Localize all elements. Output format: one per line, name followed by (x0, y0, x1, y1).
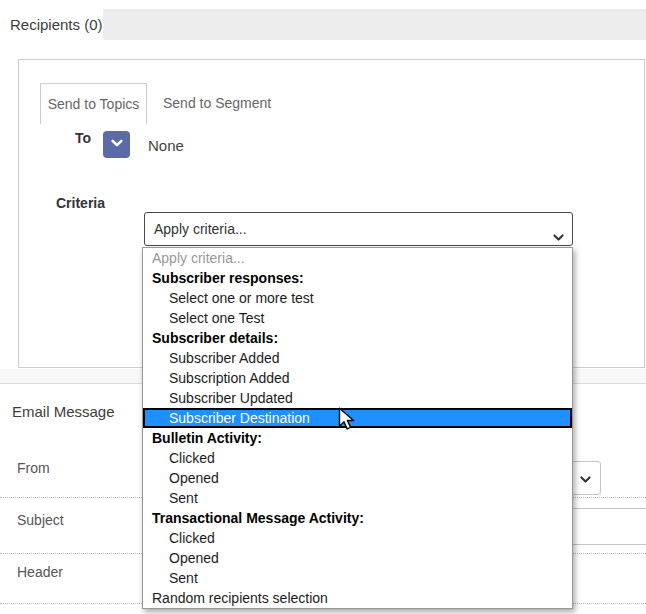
subject-label: Subject (17, 512, 64, 528)
to-label: To (75, 130, 91, 146)
tab-strip: Recipients (0) (0, 9, 646, 40)
dropdown-group-label: Transactional Message Activity: (143, 508, 572, 528)
dropdown-option[interactable]: Subscriber Added (143, 348, 572, 368)
dropdown-option[interactable]: Sent (143, 488, 572, 508)
tab-send-to-topics[interactable]: Send to Topics (40, 83, 147, 124)
to-selected-value: None (148, 137, 184, 154)
dropdown-option[interactable]: Opened (143, 468, 572, 488)
dropdown-group-label: Subscriber details: (143, 328, 572, 348)
dropdown-option[interactable]: Clicked (143, 528, 572, 548)
chevron-down-icon (110, 136, 124, 154)
header-label: Header (17, 564, 63, 580)
email-message-title: Email Message (12, 403, 115, 420)
dropdown-option-selected[interactable]: Subscriber Destination (143, 408, 572, 428)
mouse-cursor-icon (338, 407, 357, 436)
dropdown-option[interactable]: Select one Test (143, 308, 572, 328)
tab-recipients[interactable]: Recipients (0) (0, 9, 103, 40)
dropdown-option[interactable]: Select one or more test (143, 288, 572, 308)
dropdown-option[interactable]: Subscriber Updated (143, 388, 572, 408)
criteria-select-value: Apply criteria... (154, 221, 247, 237)
bulletin-editor-screen: Recipients (0) Send to Topics Send to Se… (0, 0, 646, 614)
dropdown-option[interactable]: Clicked (143, 448, 572, 468)
tab-send-to-segment[interactable]: Send to Segment (163, 83, 271, 124)
dropdown-option[interactable]: Opened (143, 548, 572, 568)
dropdown-group-label: Bulletin Activity: (143, 428, 572, 448)
to-topics-dropdown-button[interactable] (103, 131, 130, 158)
from-label: From (17, 460, 50, 476)
criteria-select[interactable]: Apply criteria... (144, 212, 573, 246)
dropdown-option[interactable]: Subscription Added (143, 368, 572, 388)
criteria-dropdown-list: Apply criteria... Subscriber responses: … (142, 247, 573, 609)
dropdown-group-label: Subscriber responses: (143, 268, 572, 288)
dropdown-option[interactable]: Sent (143, 568, 572, 588)
dropdown-option[interactable]: Random recipients selection (143, 588, 572, 608)
chevron-down-icon (579, 472, 592, 490)
dropdown-option[interactable]: Apply criteria... (143, 248, 572, 268)
criteria-label: Criteria (56, 195, 105, 211)
